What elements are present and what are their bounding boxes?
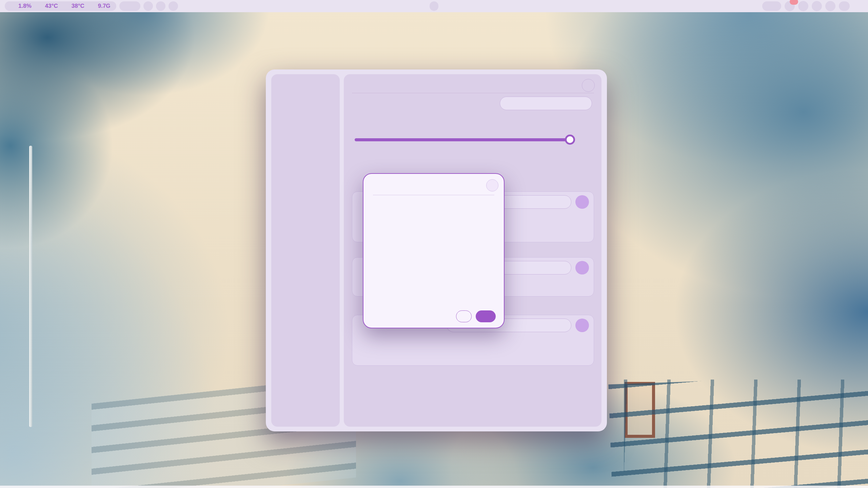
volume-button[interactable] — [798, 1, 808, 11]
moon-off-icon — [827, 3, 833, 9]
header-divider — [352, 93, 594, 93]
apply-button[interactable] — [476, 310, 496, 322]
flame-icon — [37, 3, 43, 9]
desktop: 1.8% 43°C 38°C 9.7G — [0, 0, 868, 488]
close-icon — [490, 183, 495, 188]
media-player-pill[interactable] — [119, 1, 140, 11]
add-widget-button-center[interactable] — [575, 261, 589, 274]
bar-position-select[interactable] — [500, 97, 592, 110]
volume-icon — [800, 3, 806, 9]
slider-thumb[interactable] — [565, 135, 575, 145]
ghost-icon — [145, 3, 151, 9]
top-bar-left: 1.8% 43°C 38°C 9.7G — [5, 1, 178, 11]
stat: 1.8% — [11, 3, 32, 9]
window-close-button[interactable] — [582, 79, 595, 92]
plus-icon — [578, 322, 586, 329]
apps-grid-button[interactable] — [853, 1, 863, 11]
chevron-down-icon — [560, 265, 566, 271]
stat-value: 38°C — [72, 3, 84, 9]
top-bar-center — [430, 1, 438, 11]
notifications-button[interactable] — [785, 1, 795, 11]
stat: 43°C — [37, 3, 58, 9]
heart-icon — [171, 3, 176, 9]
chevron-down-icon — [580, 100, 586, 106]
bar-pill-icon — [352, 78, 361, 87]
plus-icon — [578, 264, 586, 271]
chevron-down-icon — [560, 199, 566, 205]
top-bar: 1.8% 43°C 38°C 9.7G — [0, 0, 868, 12]
gauge-icon — [11, 3, 16, 9]
night-light-button[interactable] — [825, 1, 835, 11]
stat: 38°C — [64, 3, 84, 9]
add-widget-button-right[interactable] — [575, 319, 589, 332]
chevron-down-icon — [560, 322, 566, 328]
stat-value: 43°C — [45, 3, 58, 9]
background-opacity-row — [355, 134, 594, 145]
add-widget-button-left[interactable] — [575, 195, 589, 209]
mic-muted-icon — [769, 3, 775, 9]
quick-button[interactable] — [143, 1, 153, 11]
systemmonitor-settings-modal — [363, 173, 505, 328]
brightness-button[interactable] — [812, 1, 822, 11]
modal-footer — [456, 310, 496, 322]
workspace-indicator[interactable] — [430, 1, 438, 11]
clock[interactable] — [839, 1, 850, 11]
stat-value: 1.8% — [18, 3, 32, 9]
sun-icon — [814, 3, 820, 9]
sidebar — [271, 74, 340, 427]
monitor-icon — [64, 3, 70, 9]
pause-icon[interactable] — [125, 3, 131, 9]
notification-badge — [790, 0, 798, 5]
heart-icon — [158, 3, 163, 9]
check-icon — [482, 314, 487, 319]
quick-button[interactable] — [156, 1, 165, 11]
wallpaper-lamp-post — [29, 146, 32, 427]
stat-value: 9.7G — [98, 3, 111, 9]
modal-close-button[interactable] — [486, 179, 498, 191]
stat: 9.7G — [90, 3, 111, 9]
chip-icon — [90, 3, 96, 9]
modal-divider — [373, 195, 494, 195]
mic-muted-pill[interactable] — [762, 1, 781, 11]
plus-icon — [578, 198, 586, 206]
quick-button[interactable] — [169, 1, 178, 11]
page-header — [352, 78, 365, 87]
top-bar-right — [762, 1, 863, 11]
quick-buttons — [143, 1, 178, 11]
close-icon — [586, 83, 591, 88]
cancel-button[interactable] — [456, 310, 472, 322]
system-stats-pill[interactable]: 1.8% 43°C 38°C 9.7G — [5, 1, 116, 11]
widget-row — [358, 335, 589, 347]
background-opacity-slider[interactable] — [355, 138, 574, 141]
apps-grid-icon — [855, 2, 862, 9]
wallpaper-railing-posts — [624, 380, 868, 488]
screen-bottom-strip — [0, 486, 868, 488]
widget-row — [358, 350, 589, 362]
